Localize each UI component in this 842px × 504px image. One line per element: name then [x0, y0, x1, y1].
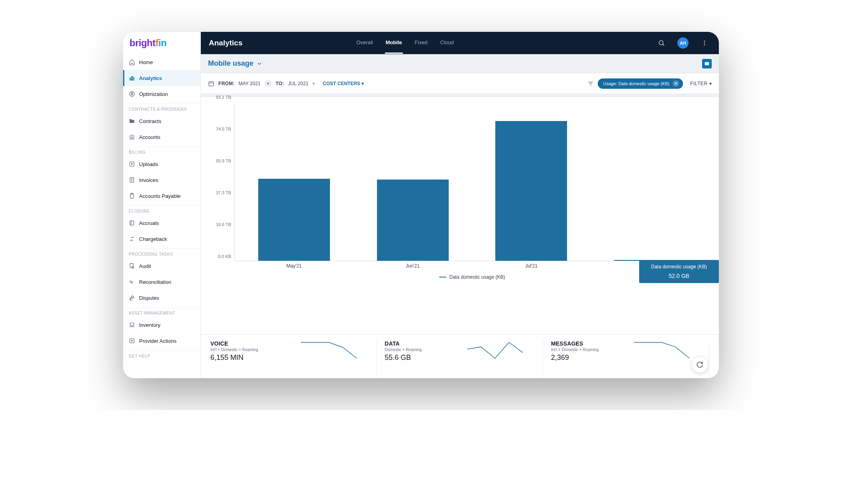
filter-chip-label: Usage: Data domestic usage (KB): [603, 81, 669, 86]
kpi-value: 6,155 MIN: [210, 354, 282, 362]
sparkline: [455, 340, 534, 360]
calendar-icon[interactable]: [208, 80, 214, 87]
main-column: Analytics OverallMobileFixedCloud AH Mob…: [201, 32, 719, 378]
kpi-subtitle: Int'l + Domestic + Roaming: [551, 348, 615, 352]
sidebar-item-optimization[interactable]: Optimization: [123, 86, 200, 102]
sidebar-item-accounts[interactable]: Accounts: [123, 129, 200, 145]
svg-rect-13: [130, 264, 133, 268]
topbar: Analytics OverallMobileFixedCloud AH: [201, 32, 719, 54]
search-icon[interactable]: [655, 37, 668, 49]
chart-bar[interactable]: [495, 121, 567, 261]
sidebar-item-label: Inventory: [139, 322, 160, 328]
tab-cloud[interactable]: Cloud: [440, 32, 455, 54]
kpi-card-data[interactable]: DATA Domestic + Roaming 55.6 GB: [377, 340, 543, 378]
clipboard-icon: [129, 193, 135, 199]
y-tick: 74.5 TB: [216, 127, 231, 131]
sidebar-section-title: GET HELP: [123, 350, 200, 360]
y-tick: 55.9 TB: [216, 158, 231, 163]
sidebar-item-label: Optimization: [139, 91, 168, 97]
svg-rect-16: [130, 323, 133, 326]
cost-centers-label: COST CENTERS: [323, 81, 360, 86]
sidebar-item-accounts-payable[interactable]: Accounts Payable: [123, 188, 200, 204]
svg-rect-2: [133, 77, 134, 80]
approx-icon: [129, 279, 135, 285]
close-icon[interactable]: ✕: [673, 80, 679, 87]
x-tick: May'21: [287, 263, 302, 269]
brand-part1: bright: [130, 37, 155, 49]
filter-chip-usage[interactable]: Usage: Data domestic usage (KB) ✕: [598, 78, 683, 89]
kpi-subtitle: Int'l + Domestic + Roaming: [210, 348, 282, 352]
sidebar-item-home[interactable]: Home: [123, 54, 200, 70]
svg-point-14: [132, 266, 133, 268]
sidebar-item-label: Uploads: [139, 161, 158, 167]
x-tick: Jun'21: [406, 263, 420, 269]
header-tabs: OverallMobileFixedCloud: [355, 32, 454, 54]
kebab-menu-icon[interactable]: [698, 37, 711, 49]
sidebar-item-provider-actions[interactable]: Provider Actions: [123, 333, 200, 349]
subheader-title[interactable]: Mobile usage: [208, 59, 253, 68]
svg-rect-1: [132, 76, 133, 80]
bank-icon: [129, 134, 135, 140]
subheader: Mobile usage: [201, 54, 719, 73]
plus-box-icon: [129, 338, 135, 344]
from-label: FROM:: [218, 81, 235, 86]
sparkline: [622, 340, 701, 360]
kpi-value: 2,369: [551, 354, 615, 362]
from-value[interactable]: MAY 2021: [239, 81, 261, 86]
chart-area: 0.0 KB18.6 TB37.3 TB55.9 TB74.5 TB93.1 T…: [201, 97, 719, 310]
sidebar-item-label: Contracts: [139, 118, 161, 124]
kpi-title: VOICE: [210, 340, 282, 347]
sidebar-item-label: Provider Actions: [139, 338, 177, 344]
sidebar-item-disputes[interactable]: Disputes: [123, 290, 200, 306]
sidebar-item-label: Home: [139, 59, 153, 65]
cost-centers-dropdown[interactable]: COST CENTERS ▾: [323, 81, 364, 86]
laptop-icon: [129, 322, 135, 328]
filter-button[interactable]: FILTER ▾: [690, 81, 712, 86]
sidebar-item-label: Accounts: [139, 134, 160, 140]
refresh-button[interactable]: [692, 357, 708, 373]
y-tick: 93.1 TB: [216, 95, 231, 100]
chart-bar[interactable]: [377, 180, 449, 261]
layout-toggle-icon[interactable]: [702, 59, 712, 68]
sidebar-item-uploads[interactable]: Uploads: [123, 156, 200, 172]
kpi-subtitle: Domestic + Roaming: [385, 348, 448, 352]
sidebar-item-reconciliation[interactable]: Reconciliation: [123, 274, 200, 290]
kpi-card-voice[interactable]: VOICE Int'l + Domestic + Roaming 6,155 M…: [210, 340, 377, 378]
svg-rect-11: [130, 221, 133, 225]
chart-bar[interactable]: [258, 179, 330, 261]
svg-point-22: [704, 41, 705, 42]
chart-bar[interactable]: [614, 260, 686, 261]
svg-point-24: [704, 44, 705, 45]
sidebar-item-inventory[interactable]: Inventory: [123, 317, 200, 333]
chevron-down-icon[interactable]: [257, 61, 262, 66]
to-value[interactable]: JUL 2021: [288, 81, 308, 86]
svg-line-21: [663, 44, 664, 45]
sparkline: [289, 340, 368, 360]
invoice-icon: [129, 177, 135, 183]
filter-button-label: FILTER: [690, 81, 707, 86]
funnel-icon[interactable]: [587, 80, 594, 87]
kpi-title: DATA: [385, 340, 448, 347]
sidebar-item-label: Audit: [139, 263, 151, 269]
from-dropdown-icon[interactable]: ▾: [265, 80, 272, 87]
filter-row: FROM: MAY 2021 ▾ TO: JUL 2021 ▾ COST CEN…: [201, 73, 719, 94]
svg-line-15: [133, 268, 134, 269]
kpi-row: VOICE Int'l + Domestic + Roaming 6,155 M…: [201, 334, 719, 378]
avatar[interactable]: AH: [677, 37, 689, 49]
sidebar-item-audit[interactable]: Audit: [123, 258, 200, 274]
kpi-card-messages[interactable]: MESSAGES Int'l + Domestic + Roaming 2,36…: [543, 340, 709, 378]
sidebar-item-accruals[interactable]: Accruals: [123, 215, 200, 231]
reverse-icon: [129, 236, 135, 242]
page-title: Analytics: [209, 39, 242, 47]
sidebar-item-analytics[interactable]: Analytics: [123, 70, 200, 86]
to-dropdown-icon[interactable]: ▾: [312, 81, 315, 86]
sidebar-item-invoices[interactable]: Invoices: [123, 172, 200, 188]
tab-mobile[interactable]: Mobile: [385, 32, 403, 54]
tab-fixed[interactable]: Fixed: [414, 32, 428, 54]
sidebar-item-chargeback[interactable]: Chargeback: [123, 231, 200, 247]
chart-plot[interactable]: May'21Jun'21Jul'21Current Data domestic …: [234, 102, 709, 261]
sidebar-item-contracts[interactable]: Contracts: [123, 113, 200, 129]
tab-overall[interactable]: Overall: [355, 32, 373, 54]
home-icon: [129, 59, 135, 65]
sidebar-item-label: Analytics: [139, 75, 162, 81]
